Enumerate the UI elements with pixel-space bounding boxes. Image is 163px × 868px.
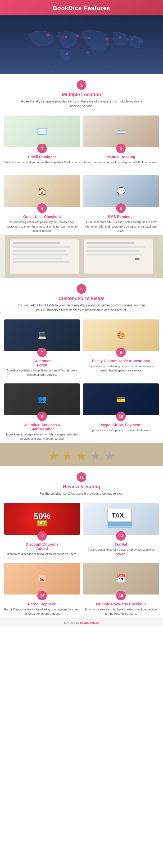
svg-point-18 <box>87 52 89 53</box>
svg-rect-24 <box>13 242 60 244</box>
login-image: 💻 <box>4 319 80 351</box>
feature-4-badge: 4 <box>37 204 47 213</box>
appearance-image: 🎨 <box>83 319 159 351</box>
feature-6-desc: You can add a lot of fields to your clie… <box>18 303 145 312</box>
svg-line-7 <box>67 47 78 53</box>
feature-3-badge: 3 <box>116 144 126 153</box>
deposit-image: 🐷 <box>4 563 80 594</box>
feature-5-title: SMS Reminder <box>83 215 159 219</box>
feature-6-title: Custom Form Fields <box>5 296 158 301</box>
feature-2-desc: Bookdice will remind you about that impo… <box>4 160 80 169</box>
feature-9-title: Unlimited Services &Staff Member <box>4 423 80 431</box>
coupon-percent: 50% <box>34 512 50 520</box>
footer-text: powered by <box>64 621 80 624</box>
feature-15-badge: 15 <box>116 591 126 600</box>
hero-section <box>0 16 163 74</box>
feature-15-desc: It consist a service of multiple booking… <box>83 607 159 616</box>
feature-10-badge: 10 <box>116 411 126 421</box>
svg-rect-23 <box>10 239 79 274</box>
feature-5-desc: Our multi-feature SMS Service helps ente… <box>83 220 159 233</box>
feature-8-desc: It provides a userfriendly service as it… <box>83 364 159 373</box>
feature-4-title: Guest User Checkout <box>4 215 80 219</box>
card-8: 🎨 8 Easily Customizable Appearance It pr… <box>83 319 159 377</box>
card-row-14-15: 🐷 14 Partial Deposite Partial Deposit re… <box>0 558 163 618</box>
unlimited-image: 👥 <box>4 383 80 415</box>
feature-11-title: Review & Rating <box>5 484 158 490</box>
star-2: ★ <box>62 448 73 463</box>
svg-rect-25 <box>13 246 71 248</box>
world-map-svg <box>7 18 156 71</box>
card-7: 💻 7 CustomerLogin Bookdice contains vari… <box>4 319 80 377</box>
feature-13-desc: For the convinence of it's users it prov… <box>83 548 159 556</box>
card-4: 🏠 4 Guest User Checkout It's providing a… <box>4 175 80 233</box>
feature-12-title: Discount CouponsAdded <box>4 542 80 551</box>
manual-image: ⌨️ <box>83 116 159 147</box>
svg-rect-32 <box>87 246 145 248</box>
card-2: ✉️ 2 Email Reminder Bookdice will remind… <box>4 116 80 169</box>
card-row-9-10: 👥 9 Unlimited Services &Staff Member It … <box>0 379 163 443</box>
email-image: ✉️ <box>4 116 80 147</box>
feature-6-badge: 6 <box>77 284 86 294</box>
feature-1-badge: 1 <box>77 80 86 90</box>
card-15: 📅 15 Multiple Bookings Checkout It consi… <box>83 563 159 616</box>
svg-rect-34 <box>87 254 142 255</box>
star-4: ★ <box>90 448 101 463</box>
svg-rect-33 <box>87 250 140 252</box>
stars-section: ★ ★ ★ ★ ★ <box>0 443 163 466</box>
svg-rect-29 <box>13 261 70 263</box>
feature-8-badge: 8 <box>116 348 126 357</box>
tax-image: TAX <box>83 503 159 535</box>
svg-text:✒: ✒ <box>134 255 140 264</box>
form-svg: ✒ <box>5 235 158 278</box>
footer-brand: Skymoonlabs <box>80 621 99 624</box>
svg-rect-39 <box>108 526 131 528</box>
card-3: ⌨️ 3 Manual Booking Admin can make manua… <box>83 116 159 169</box>
card-10: 💳 10 Paypal,Stripe, Payments It provides… <box>83 383 159 441</box>
feature-14-badge: 14 <box>37 591 47 600</box>
paypal-image: 💳 <box>83 383 159 415</box>
card-row-12-13: 50% OFF 12 Discount CouponsAdded It cont… <box>0 499 163 558</box>
svg-point-21 <box>105 37 109 41</box>
svg-point-17 <box>66 53 68 55</box>
svg-point-20 <box>75 34 80 38</box>
feature-9-desc: It provides a unique service in which us… <box>4 432 80 441</box>
card-row-4-5: 🏠 4 Guest User Checkout It's providing a… <box>0 171 163 235</box>
card-row-2-3: ✉️ 2 Email Reminder Bookdice will remind… <box>0 111 163 171</box>
card-5: 💬 5 SMS Reminder Our multi-feature SMS S… <box>83 175 159 233</box>
feature-5-badge: 5 <box>116 204 126 213</box>
svg-text:TAX: TAX <box>112 512 124 519</box>
feature-4-desc: It's providing associate possibility for… <box>4 220 80 233</box>
feature-15-title: Multiple Bookings Checkout <box>83 602 159 606</box>
svg-rect-28 <box>13 257 63 259</box>
tax-svg: TAX <box>105 505 137 532</box>
svg-point-14 <box>119 36 121 38</box>
star-1: ★ <box>48 448 59 463</box>
card-row-7-8: 💻 7 CustomerLogin Bookdice contains vari… <box>0 315 163 379</box>
feature-3-title: Manual Booking <box>83 155 159 159</box>
card-12: 50% OFF 12 Discount CouponsAdded It cont… <box>4 503 80 556</box>
card-9: 👥 9 Unlimited Services &Staff Member It … <box>4 383 80 441</box>
feature-11-section: 11 Review & Rating For the convinence of… <box>0 466 163 499</box>
feature-8-title: Easily Customizable Appearance <box>83 359 159 363</box>
svg-point-10 <box>65 36 67 38</box>
feature-12-badge: 12 <box>37 531 47 540</box>
feature-12-desc: It contains a service of discount coupon… <box>4 552 80 556</box>
card-13: TAX 13 Tax/Vat For the convinence of it'… <box>83 503 159 556</box>
multibooking-image: 📅 <box>83 563 159 594</box>
feature-1-desc: A userfriendly service is provided by us… <box>18 99 145 108</box>
page-header: BookDice Features <box>0 0 163 16</box>
feature-14-title: Partial Deposite <box>4 602 80 606</box>
feature-13-title: Tax/Vat <box>83 542 159 547</box>
feature-7-title: CustomerLogin <box>4 359 80 367</box>
feature-14-desc: Partial Deposit refers to the offering o… <box>4 607 80 616</box>
guest-image: 🏠 <box>4 175 80 207</box>
feature-10-title: Paypal,Stripe, Payments <box>83 423 159 427</box>
svg-point-12 <box>88 37 90 39</box>
form-wide-image: ✒ <box>0 235 163 278</box>
feature-1-title: Multiple Location <box>5 92 158 97</box>
feature-11-badge: 11 <box>77 472 86 482</box>
svg-rect-26 <box>13 250 66 252</box>
feature-13-badge: 13 <box>116 531 126 540</box>
coupon-off: OFF <box>37 520 47 526</box>
svg-rect-30 <box>84 239 153 274</box>
